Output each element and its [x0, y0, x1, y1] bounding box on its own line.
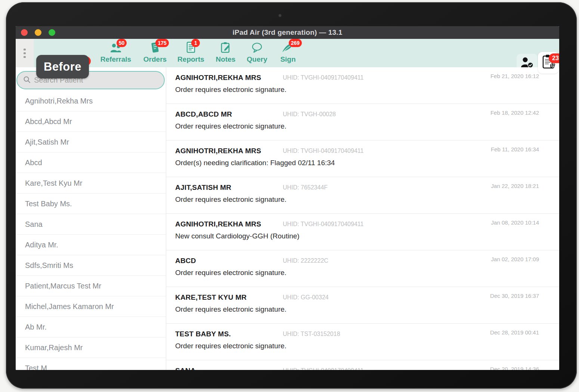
patient-list-item[interactable]: Sdfs,Smriti Ms [16, 255, 166, 276]
patient-sidebar: Agnihotri,Rekha Mrs Abcd,Abcd Mr Ajit,Sa… [16, 67, 166, 370]
patient-list-item[interactable]: Michel,James Kamaron Mr [16, 296, 166, 317]
notification-uhid: UHID: TVGHI-0409170409411 [283, 367, 363, 370]
patient-list-item[interactable]: Agnihotri,Rekha Mrs [16, 91, 166, 111]
query-icon [251, 42, 263, 55]
toolbar-item-sign[interactable]: 269 Sign [267, 41, 309, 64]
notes-icon [220, 41, 231, 55]
orders-label: Orders [143, 55, 167, 64]
patient-list-item[interactable]: Test M [16, 358, 166, 370]
notification-date: Feb 11, 2020 16:34 [491, 146, 539, 152]
notification-date: Feb 21, 2020 16:12 [490, 73, 539, 79]
query-label: Query [247, 55, 267, 64]
toolbar-left-strip [16, 39, 34, 67]
reports-badge: 1 [191, 39, 200, 47]
notification-message: Order requires electronic signature. [175, 269, 559, 277]
main-area: Agnihotri,Rekha Mrs Abcd,Abcd Mr Ajit,Sa… [16, 67, 559, 370]
app-toolbar: Before 50 Referral [16, 39, 559, 67]
patient-list-item[interactable]: Aditya Mr. [16, 235, 166, 255]
patient-list-item[interactable]: Ab Mr. [16, 317, 166, 337]
kebab-menu-icon[interactable] [24, 49, 26, 58]
notification-patient: AJIT,SATISH MR [175, 183, 231, 191]
notification-date: Dec 30, 2019 16:37 [490, 293, 539, 299]
minimize-window-button[interactable] [35, 29, 41, 36]
notification-date: Dec 20, 2019 14:36 [490, 366, 539, 370]
notification-uhid: UHID: 7652344F [283, 184, 328, 191]
referrals-badge: 50 [117, 39, 127, 47]
notification-uhid: UHID: GG-00324 [283, 294, 329, 301]
patient-list-item[interactable]: Kare,Test Kyu Mr [16, 173, 166, 194]
notification-row[interactable]: KARE,TEST KYU MR UHID: GG-00324 Dec 30, … [166, 287, 559, 324]
notification-patient: SANA [175, 367, 196, 370]
toolbar-item-orders[interactable]: 175 Orders [134, 41, 176, 64]
notification-row[interactable]: AJIT,SATISH MR UHID: 7652344F Jan 22, 20… [166, 177, 559, 214]
toolbar-item-referrals[interactable]: 50 Referrals [95, 41, 136, 64]
window-titlebar: iPad Air (3rd generation) — 13.1 [16, 26, 559, 39]
patient-list-item[interactable]: Abcd [16, 152, 166, 173]
tablet-bezel: iPad Air (3rd generation) — 13.1 Before [6, 2, 577, 389]
window-title: iPad Air (3rd generation) — 13.1 [233, 28, 343, 37]
close-window-button[interactable] [21, 29, 28, 36]
notification-row[interactable]: TEST BABY MS. UHID: TST-03152018 Dec 28,… [166, 324, 559, 360]
notification-date: Feb 18, 2020 12:42 [490, 109, 539, 116]
notification-date: Jan 02, 2020 17:09 [491, 256, 539, 262]
patient-list-item[interactable]: Kumar,Rajesh Mr [16, 337, 166, 358]
notification-message: Order requires electronic signature. [175, 122, 559, 130]
zoom-window-button[interactable] [49, 29, 55, 36]
notification-uhid: UHID: TVGH-00028 [283, 111, 336, 118]
notification-patient: TEST BABY MS. [175, 330, 231, 338]
notification-patient: AGNIHOTRI,REKHA MRS [175, 147, 261, 155]
notification-message: Order requires electronic signature. [175, 195, 559, 204]
notification-list: AGNIHOTRI,REKHA MRS UHID: TVGHI-04091704… [166, 67, 559, 370]
search-icon [23, 76, 31, 85]
notification-date: Dec 28, 2019 00:41 [490, 329, 539, 336]
before-annotation-label: Before [36, 55, 89, 78]
notification-patient: AGNIHOTRI,REKHA MRS [175, 220, 261, 228]
notification-date: Jan 22, 2020 18:21 [491, 183, 539, 189]
notification-uhid: UHID: TVGHI-0409170409411 [283, 148, 363, 154]
notification-row[interactable]: AGNIHOTRI,REKHA MRS UHID: TVGHI-04091704… [166, 214, 559, 250]
notification-row[interactable]: AGNIHOTRI,REKHA MRS UHID: TVGHI-04091704… [166, 141, 559, 177]
notification-uhid: UHID: TVGHI-0409170409411 [283, 221, 363, 228]
sign-badge: 269 [289, 39, 302, 47]
patient-list-item[interactable]: Ajit,Satish Mr [16, 132, 166, 152]
notification-row[interactable]: ABCD,ABCD MR UHID: TVGH-00028 Feb 18, 20… [166, 104, 559, 141]
notification-message: New consult Cardiology-GGH (Routine) [175, 232, 559, 240]
notification-uhid: UHID: 2222222C [283, 257, 328, 264]
reports-label: Reports [177, 55, 204, 64]
notification-patient: ABCD,ABCD MR [175, 110, 232, 118]
camera-icon [278, 14, 282, 17]
traffic-lights [21, 29, 55, 36]
referrals-label: Referrals [100, 55, 131, 64]
clipboard-badge: 23 [549, 53, 559, 63]
notification-patient: KARE,TEST KYU MR [175, 293, 247, 301]
notification-patient: ABCD [175, 257, 196, 265]
patient-list-item[interactable]: Abcd,Abcd Mr [16, 111, 166, 132]
notification-row[interactable]: SANA UHID: TVGHI-0409170409411 Dec 20, 2… [166, 360, 559, 370]
notification-message: Order(s) needing clarification: Flagged … [175, 159, 559, 167]
notes-label: Notes [216, 55, 236, 64]
patient-list-item[interactable]: Sana [16, 214, 166, 235]
orders-badge: 175 [155, 39, 168, 47]
notification-message: Order requires electronic signature. [175, 305, 559, 314]
patient-list-item[interactable]: Test Baby Ms. [16, 194, 166, 214]
sign-label: Sign [280, 55, 295, 64]
simulator-window: iPad Air (3rd generation) — 13.1 Before [16, 26, 559, 370]
notification-row[interactable]: AGNIHOTRI,REKHA MRS UHID: TVGHI-04091704… [166, 67, 559, 104]
notification-patient: AGNIHOTRI,REKHA MRS [175, 74, 261, 81]
notification-message: Order requires electronic signature. [175, 342, 559, 350]
notification-message: Order requires electronic signature. [175, 86, 559, 94]
patient-list-item[interactable]: Patient,Marcus Test Mr [16, 276, 166, 296]
notification-uhid: UHID: TVGHI-0409170409411 [283, 74, 363, 81]
notification-row[interactable]: ABCD UHID: 2222222C Jan 02, 2020 17:09 O… [166, 250, 559, 287]
notification-date: Jan 08, 2020 10:14 [491, 219, 539, 226]
notification-uhid: UHID: TST-03152018 [283, 331, 340, 337]
